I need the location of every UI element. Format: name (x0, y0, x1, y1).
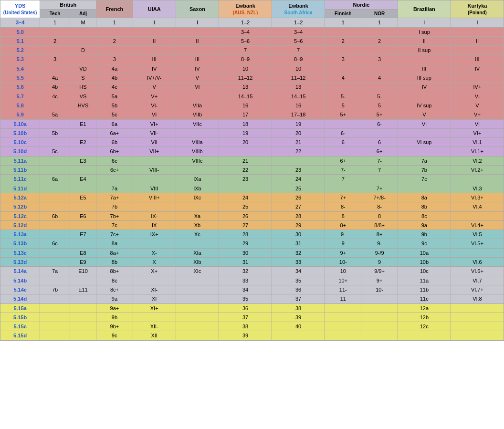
header-ewbank-aus: Ewbank (AUS, NZL) (219, 0, 272, 18)
cell-ewbank-aus: 17 (219, 110, 272, 119)
cell-yds: 5.0 (0, 27, 40, 36)
cell-kurtyka: II (451, 36, 504, 45)
cell-saxon: Xb (176, 220, 219, 230)
cell-french: 5c (96, 110, 133, 119)
cell-yds: 5.15d (0, 331, 40, 340)
cell-brit-tech (40, 101, 70, 110)
cell-yds: 5.12d (0, 220, 40, 230)
cell-nordic-fin: 7+ (325, 193, 361, 202)
cell-kurtyka: VI.6+ (451, 267, 504, 276)
cell-nordic-nor: 9-/9 (361, 248, 398, 257)
cell-saxon (176, 46, 219, 55)
cell-ewbank-sa: 3–4 (272, 27, 325, 36)
cell-ewbank-aus: 14–15 (219, 92, 272, 101)
cell-brit-tech (40, 27, 70, 36)
cell-saxon: XIa (176, 248, 219, 257)
cell-french: 9b (96, 313, 133, 322)
cell-french: 8a+ (96, 248, 133, 257)
cell-ewbank-aus: 33 (219, 276, 272, 285)
cell-kurtyka: VI.5+ (451, 239, 504, 248)
cell-brit-adj (70, 166, 96, 175)
cell-yds: 5.1 (0, 36, 40, 45)
cell-ewbank-aus: 26 (219, 211, 272, 220)
cell-yds: 5.8 (0, 101, 40, 110)
cell-uiaa: VI- (133, 101, 176, 110)
cell-ewbank-sa: 23 (272, 166, 325, 175)
cell-french (96, 27, 133, 36)
cell-brazilian: IV (398, 83, 451, 92)
cell-nordic-fin (325, 313, 361, 322)
cell-kurtyka (451, 303, 504, 313)
cell-nordic-fin: 5+ (325, 110, 361, 119)
table-row: 5.4VD4aIVIV1010IIIIV (0, 64, 504, 73)
cell-french: 4c (96, 83, 133, 92)
cell-kurtyka: VI+ (451, 128, 504, 137)
table-row: 5.14a7aE108b+X+XIc3234109/9+10cVI.6+ (0, 267, 504, 276)
cell-yds: 5.15b (0, 313, 40, 322)
cell-nordic-nor (361, 322, 398, 331)
cell-brit-tech: 4b (40, 83, 70, 92)
cell-brit-tech (40, 276, 70, 285)
cell-uiaa: VIII- (133, 166, 176, 175)
cell-brit-adj (70, 147, 96, 156)
cell-uiaa: V (133, 83, 176, 92)
cell-kurtyka: VI.2+ (451, 166, 504, 175)
cell-yds: 5.14b (0, 276, 40, 285)
cell-uiaa: IV+/V- (133, 73, 176, 83)
cell-nordic-fin (325, 331, 361, 340)
cell-ewbank-sa: 13 (272, 83, 325, 92)
cell-saxon: III (176, 55, 219, 64)
cell-nordic-nor: 3 (361, 55, 398, 64)
cell-brazilian: VI sup (398, 138, 451, 147)
cell-nordic-fin: 9- (325, 230, 361, 239)
cell-brit-tech (40, 303, 70, 313)
cell-ewbank-sa: 37 (272, 294, 325, 303)
cell-nordic-nor: 7- (361, 156, 398, 165)
cell-yds: 5.11a (0, 156, 40, 165)
cell-brit-tech (40, 184, 70, 193)
cell-brit-adj (70, 239, 96, 248)
cell-brazilian (398, 147, 451, 156)
cell-kurtyka: V- (451, 92, 504, 101)
cell-brazilian: 11c (398, 294, 451, 303)
cell-nordic-fin: 4 (325, 73, 361, 83)
cell-brazilian: V (398, 110, 451, 119)
cell-french: 7b (96, 202, 133, 211)
cell-brazilian: 10a (398, 248, 451, 257)
cell-brit-adj: VD (70, 64, 96, 73)
cell-french: 7a (96, 184, 133, 193)
cell-nordic-fin: 10+ (325, 276, 361, 285)
cell-ewbank-aus: 35 (219, 294, 272, 303)
cell-saxon (176, 27, 219, 36)
cell-ewbank-aus: 13 (219, 83, 272, 92)
cell-french: 7c+ (96, 230, 133, 239)
cell-brazilian: 8c (398, 211, 451, 220)
cell-saxon (176, 92, 219, 101)
cell-ewbank-aus: 18 (219, 119, 272, 128)
cell-french: 6b (96, 138, 133, 147)
cell-kurtyka (451, 248, 504, 257)
cell-brit-adj: E4 (70, 175, 96, 184)
cell-brit-adj (70, 128, 96, 137)
cell-kurtyka: VI (451, 119, 504, 128)
cell-nordic-fin: 11- (325, 285, 361, 294)
cell-nordic-nor: 2 (361, 36, 398, 45)
cell-kurtyka: V+ (451, 110, 504, 119)
cell-brazilian (398, 128, 451, 137)
table-row: 5.14b8c333510+9+11aVI.7 (0, 276, 504, 285)
table-row: 5.15c9b+XII-384012c (0, 322, 504, 331)
table-row: 5.15d9cXII39 (0, 331, 504, 340)
cell-brit-tech: 5a (40, 110, 70, 119)
cell-ewbank-sa: 29 (272, 220, 325, 230)
cell-brit-tech: 7b (40, 285, 70, 294)
cell-yds: 5.13c (0, 248, 40, 257)
cell-brazilian: 9a (398, 220, 451, 230)
cell-brazilian: VI (398, 119, 451, 128)
cell-kurtyka: VI.7 (451, 276, 504, 285)
cell-kurtyka: VI.6 (451, 258, 504, 267)
cell-uiaa: XI- (133, 285, 176, 294)
cell-nordic-fin: 5- (325, 92, 361, 101)
table-row: 5.13cE88a+X-XIa30329+9-/910a (0, 248, 504, 257)
header-uiaa: UIAA (133, 0, 176, 18)
cell-brit-tech: 3 (40, 55, 70, 64)
